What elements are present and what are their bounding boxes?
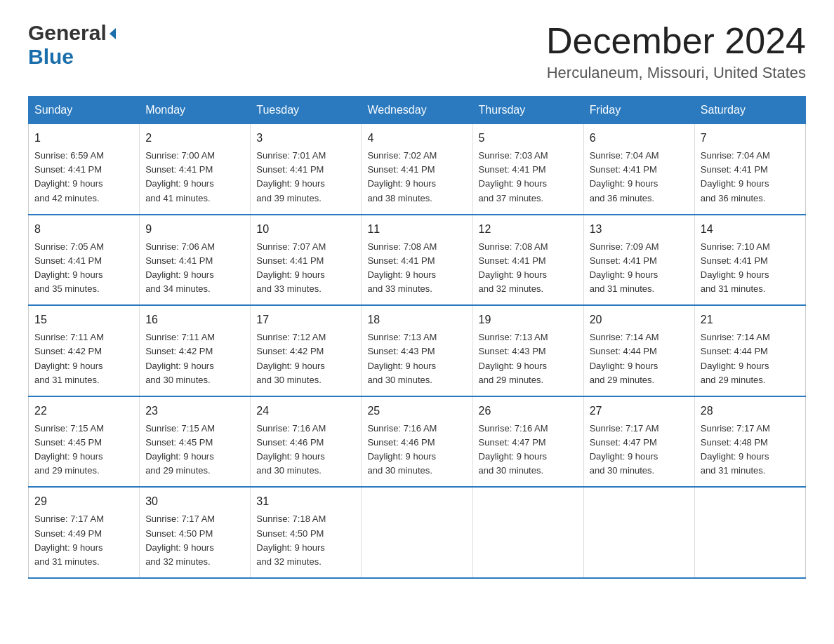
table-row: 20 Sunrise: 7:14 AMSunset: 4:44 PMDaylig… [583,305,694,396]
day-info: Sunrise: 7:01 AMSunset: 4:41 PMDaylight:… [256,150,326,203]
table-row: 5 Sunrise: 7:03 AMSunset: 4:41 PMDayligh… [472,124,583,215]
logo: General Blue [28,21,116,69]
day-info: Sunrise: 7:17 AMSunset: 4:47 PMDaylight:… [590,423,659,476]
day-info: Sunrise: 7:00 AMSunset: 4:41 PMDaylight:… [145,150,215,203]
table-row: 18 Sunrise: 7:13 AMSunset: 4:43 PMDaylig… [362,305,472,396]
day-info: Sunrise: 7:17 AMSunset: 4:48 PMDaylight:… [701,423,770,476]
table-row: 19 Sunrise: 7:13 AMSunset: 4:43 PMDaylig… [472,305,583,396]
day-number: 3 [256,130,355,147]
day-info: Sunrise: 7:16 AMSunset: 4:47 PMDaylight:… [479,423,548,476]
table-row [472,487,583,578]
day-info: Sunrise: 7:15 AMSunset: 4:45 PMDaylight:… [145,423,215,476]
table-row: 6 Sunrise: 7:04 AMSunset: 4:41 PMDayligh… [583,124,694,215]
day-number: 31 [256,493,355,510]
day-number: 6 [590,130,689,147]
table-row: 24 Sunrise: 7:16 AMSunset: 4:46 PMDaylig… [251,396,362,488]
day-info: Sunrise: 7:16 AMSunset: 4:46 PMDaylight:… [367,423,437,476]
table-row: 21 Sunrise: 7:14 AMSunset: 4:44 PMDaylig… [694,305,805,396]
day-number: 17 [256,311,355,328]
title-section: December 2024 Herculaneum, Missouri, Uni… [546,21,806,82]
day-info: Sunrise: 7:13 AMSunset: 4:43 PMDaylight:… [479,332,548,384]
day-number: 5 [479,130,578,147]
day-number: 29 [34,493,133,510]
table-row [694,487,805,578]
day-info: Sunrise: 7:18 AMSunset: 4:50 PMDaylight:… [256,514,326,566]
day-info: Sunrise: 7:14 AMSunset: 4:44 PMDaylight:… [701,332,770,384]
table-row: 4 Sunrise: 7:02 AMSunset: 4:41 PMDayligh… [362,124,472,215]
day-info: Sunrise: 7:12 AMSunset: 4:42 PMDaylight:… [256,332,326,384]
table-row [583,487,694,578]
day-number: 7 [701,130,800,147]
day-number: 23 [145,403,244,420]
day-info: Sunrise: 7:15 AMSunset: 4:45 PMDaylight:… [34,423,104,476]
table-row: 2 Sunrise: 7:00 AMSunset: 4:41 PMDayligh… [140,124,251,215]
table-row: 22 Sunrise: 7:15 AMSunset: 4:45 PMDaylig… [29,396,140,488]
table-row: 28 Sunrise: 7:17 AMSunset: 4:48 PMDaylig… [694,396,805,488]
day-number: 13 [590,221,689,238]
table-row: 13 Sunrise: 7:09 AMSunset: 4:41 PMDaylig… [583,215,694,306]
header-friday: Friday [583,97,694,124]
month-title: December 2024 [546,21,806,61]
table-row: 11 Sunrise: 7:08 AMSunset: 4:41 PMDaylig… [362,215,472,306]
day-number: 1 [34,130,133,147]
day-info: Sunrise: 7:04 AMSunset: 4:41 PMDaylight:… [590,150,659,203]
table-row: 26 Sunrise: 7:16 AMSunset: 4:47 PMDaylig… [472,396,583,488]
day-info: Sunrise: 7:06 AMSunset: 4:41 PMDaylight:… [145,241,215,294]
day-info: Sunrise: 7:17 AMSunset: 4:50 PMDaylight:… [145,514,215,566]
table-row: 23 Sunrise: 7:15 AMSunset: 4:45 PMDaylig… [140,396,251,488]
day-info: Sunrise: 7:04 AMSunset: 4:41 PMDaylight:… [701,150,770,203]
table-row: 14 Sunrise: 7:10 AMSunset: 4:41 PMDaylig… [694,215,805,306]
table-row: 8 Sunrise: 7:05 AMSunset: 4:41 PMDayligh… [29,215,140,306]
day-info: Sunrise: 7:11 AMSunset: 4:42 PMDaylight:… [34,332,104,384]
table-row: 16 Sunrise: 7:11 AMSunset: 4:42 PMDaylig… [140,305,251,396]
day-number: 20 [590,311,689,328]
header-saturday: Saturday [694,97,805,124]
day-number: 15 [34,311,133,328]
day-info: Sunrise: 7:14 AMSunset: 4:44 PMDaylight:… [590,332,659,384]
table-row: 31 Sunrise: 7:18 AMSunset: 4:50 PMDaylig… [251,487,362,578]
header-tuesday: Tuesday [251,97,362,124]
day-info: Sunrise: 7:02 AMSunset: 4:41 PMDaylight:… [367,150,437,203]
header-wednesday: Wednesday [362,97,472,124]
day-number: 10 [256,221,355,238]
day-number: 14 [701,221,800,238]
day-number: 28 [701,403,800,420]
day-number: 9 [145,221,244,238]
location-title: Herculaneum, Missouri, United States [546,64,806,82]
day-number: 12 [479,221,578,238]
table-row: 12 Sunrise: 7:08 AMSunset: 4:41 PMDaylig… [472,215,583,306]
calendar-table: Sunday Monday Tuesday Wednesday Thursday… [28,96,806,579]
day-number: 19 [479,311,578,328]
table-row: 15 Sunrise: 7:11 AMSunset: 4:42 PMDaylig… [29,305,140,396]
table-row [362,487,472,578]
calendar-body: 1 Sunrise: 6:59 AMSunset: 4:41 PMDayligh… [29,124,806,578]
logo-arrow-icon [110,28,116,39]
day-number: 21 [701,311,800,328]
day-info: Sunrise: 7:03 AMSunset: 4:41 PMDaylight:… [479,150,548,203]
day-info: Sunrise: 7:08 AMSunset: 4:41 PMDaylight:… [367,241,437,294]
day-info: Sunrise: 7:09 AMSunset: 4:41 PMDaylight:… [590,241,659,294]
day-info: Sunrise: 7:13 AMSunset: 4:43 PMDaylight:… [367,332,437,384]
day-number: 4 [367,130,466,147]
logo-blue-text: Blue [28,45,74,68]
day-number: 11 [367,221,466,238]
day-number: 8 [34,221,133,238]
day-info: Sunrise: 7:16 AMSunset: 4:46 PMDaylight:… [256,423,326,476]
table-row: 10 Sunrise: 7:07 AMSunset: 4:41 PMDaylig… [251,215,362,306]
day-info: Sunrise: 7:07 AMSunset: 4:41 PMDaylight:… [256,241,326,294]
day-number: 24 [256,403,355,420]
day-number: 27 [590,403,689,420]
day-info: Sunrise: 7:17 AMSunset: 4:49 PMDaylight:… [34,514,104,566]
day-info: Sunrise: 7:08 AMSunset: 4:41 PMDaylight:… [479,241,548,294]
table-row: 27 Sunrise: 7:17 AMSunset: 4:47 PMDaylig… [583,396,694,488]
day-info: Sunrise: 7:10 AMSunset: 4:41 PMDaylight:… [701,241,770,294]
table-row: 3 Sunrise: 7:01 AMSunset: 4:41 PMDayligh… [251,124,362,215]
table-row: 1 Sunrise: 6:59 AMSunset: 4:41 PMDayligh… [29,124,140,215]
table-row: 9 Sunrise: 7:06 AMSunset: 4:41 PMDayligh… [140,215,251,306]
page-header: General Blue December 2024 Herculaneum, … [28,21,806,82]
table-row: 30 Sunrise: 7:17 AMSunset: 4:50 PMDaylig… [140,487,251,578]
day-info: Sunrise: 7:05 AMSunset: 4:41 PMDaylight:… [34,241,104,294]
day-info: Sunrise: 6:59 AMSunset: 4:41 PMDaylight:… [34,150,104,203]
day-number: 22 [34,403,133,420]
logo-general-text: General [28,21,107,45]
